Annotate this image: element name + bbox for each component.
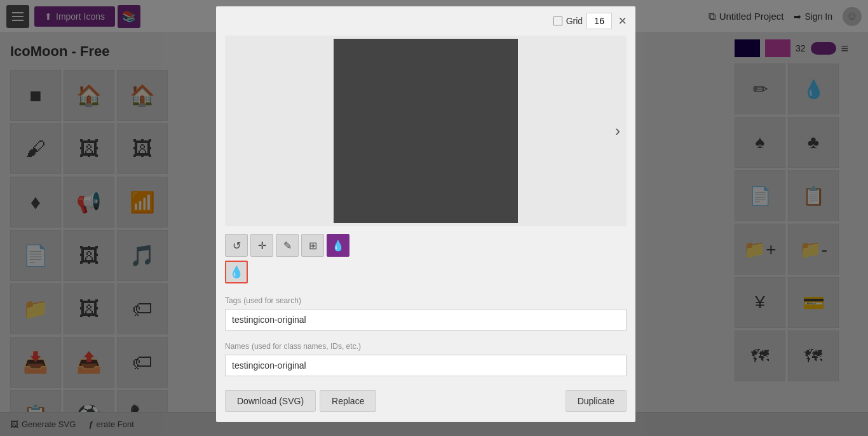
grid-checkbox[interactable] — [553, 17, 562, 25]
color-active-button[interactable]: 💧 — [225, 261, 248, 283]
grid-label: Grid — [553, 13, 612, 29]
names-label: Names (used for class names, IDs, etc.) — [225, 341, 627, 351]
close-modal-button[interactable]: × — [618, 14, 627, 28]
grid-text: Grid — [566, 16, 583, 26]
replace-button[interactable]: Replace — [320, 390, 376, 412]
edit-button[interactable]: ✎ — [276, 234, 299, 257]
names-input[interactable] — [225, 355, 627, 376]
next-arrow-button[interactable]: › — [615, 122, 620, 140]
modal-toolbar: ↺ ✛ ✎ ⊞ 💧 — [216, 226, 635, 261]
icon-edit-modal: Grid × › ↺ ✛ ✎ ⊞ 💧 💧 — [216, 6, 635, 422]
replace-label: Replace — [332, 396, 364, 406]
modal-footer-left: Download (SVG) Replace — [225, 390, 376, 412]
modal-footer: Download (SVG) Replace Duplicate — [216, 381, 635, 422]
duplicate-label: Duplicate — [578, 396, 614, 406]
droplet-icon: 💧 — [229, 265, 243, 279]
chevron-right-icon: › — [615, 122, 620, 139]
color-tools: 💧 — [216, 261, 635, 290]
download-label: Download (SVG) — [237, 396, 304, 406]
move-button[interactable]: ✛ — [250, 234, 273, 257]
preview-canvas — [334, 39, 518, 223]
download-svg-button[interactable]: Download (SVG) — [225, 390, 316, 412]
close-icon: × — [618, 13, 627, 29]
preview-area: › — [225, 36, 627, 226]
undo-button[interactable]: ↺ — [225, 234, 248, 257]
fill-button[interactable]: 💧 — [327, 234, 349, 257]
duplicate-button[interactable]: Duplicate — [566, 390, 627, 412]
modal-header: Grid × — [216, 6, 635, 36]
tags-section: Tags (used for search) — [216, 290, 635, 336]
grid-tool-button[interactable]: ⊞ — [301, 234, 324, 257]
tags-label: Tags (used for search) — [225, 295, 627, 305]
names-section: Names (used for class names, IDs, etc.) — [216, 336, 635, 381]
tags-input[interactable] — [225, 309, 627, 330]
modal-overlay[interactable]: Grid × › ↺ ✛ ✎ ⊞ 💧 💧 — [0, 0, 868, 436]
grid-value-input[interactable] — [587, 13, 612, 29]
